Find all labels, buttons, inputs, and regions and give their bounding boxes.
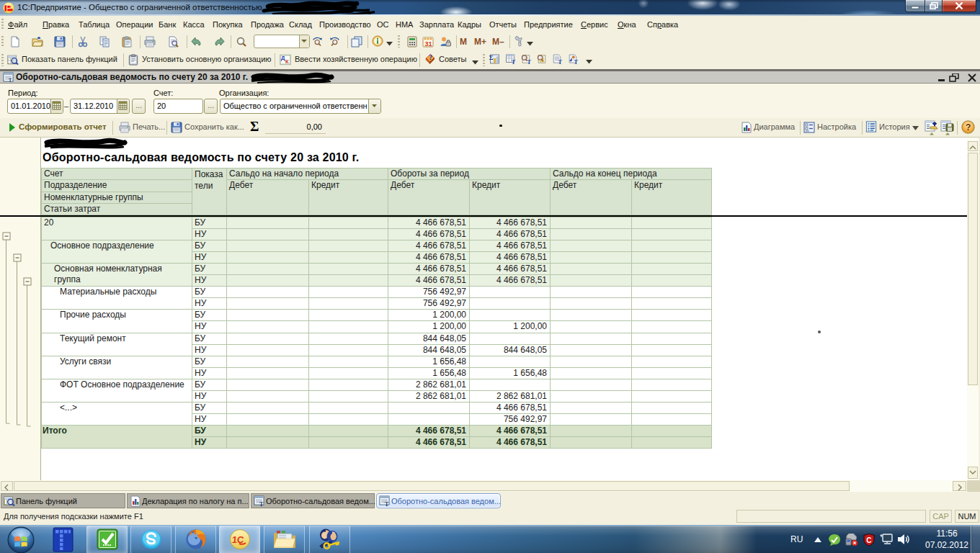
svg-text:T: T [527, 59, 532, 65]
svg-text:C: C [866, 536, 871, 544]
svg-text:31: 31 [425, 40, 432, 48]
svg-text:Σ: Σ [489, 54, 494, 61]
svg-text:T: T [512, 59, 516, 65]
svg-text:?: ? [429, 53, 432, 61]
svg-text:T: T [9, 78, 12, 83]
svg-text:T: T [558, 59, 563, 65]
svg-text:T: T [385, 501, 389, 507]
svg-text:T: T [574, 59, 579, 65]
svg-text:?: ? [966, 122, 971, 132]
svg-text:T: T [259, 501, 264, 507]
svg-text:К: К [285, 58, 289, 65]
